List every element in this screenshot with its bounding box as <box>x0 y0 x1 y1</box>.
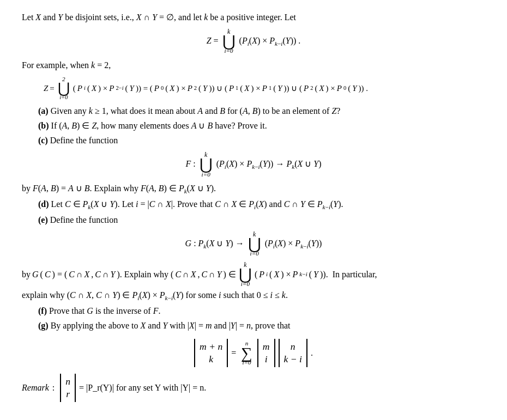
example-intro: For example, when k = 2, <box>22 59 485 72</box>
f-function-equation: F : k ⋃ i=0 (Pi(X) × Pk−i(Y)) → Pk(X ∪ Y… <box>22 151 485 178</box>
z-example-equation: Z = 2 ⋃ i=0 (Pi(X) × P2−i(Y)) = (P0(X) ×… <box>22 76 485 101</box>
part-d: (d) Let C ∈ Pk(X ∪ Y). Let i = |C ∩ X|. … <box>22 198 485 212</box>
part-b: (b) If (A, B) ∈ Z, how many elements doe… <box>22 119 485 132</box>
intro-line: Let X and Y be disjoint sets, i.e., X ∩ … <box>22 11 485 24</box>
part-e-by: by G(C) = (C ∩ X, C ∩ Y). Explain why (C… <box>22 261 485 288</box>
g-function-equation: G : Pk(X ∪ Y) → k ⋃ i=0 (Pi(X) × Pk−i(Y)… <box>22 231 485 257</box>
binomial-equation: m + n k = n ∑ i=0 m i n k − i . <box>22 339 485 367</box>
part-e-explain: explain why (C ∩ X, C ∩ Y) ∈ Pi(X) × Pk−… <box>22 289 485 303</box>
z-union-equation: Z = k ⋃ i=0 (Pi(X) × Pk−i(Y)) . <box>22 28 485 54</box>
part-e: (e) Define the function <box>22 214 485 227</box>
part-a: (a) Given any k ≥ 1, what does it mean a… <box>22 105 485 118</box>
math-content: Let X and Y be disjoint sets, i.e., X ∩ … <box>22 11 485 402</box>
remark-line: Remark: n r = |P_r(Y)| for any set Y wit… <box>22 374 485 402</box>
part-f: (f) Prove that G is the inverse of F. <box>22 305 485 318</box>
part-c: (c) Define the function <box>22 134 485 147</box>
remark-text: = |P_r(Y)| for any set Y with |Y| = n. <box>79 381 206 394</box>
part-c-by: by F(A, B) = A ∪ B. Explain why F(A, B) … <box>22 182 485 196</box>
part-g: (g) By applying the above to X and Y wit… <box>22 319 485 332</box>
